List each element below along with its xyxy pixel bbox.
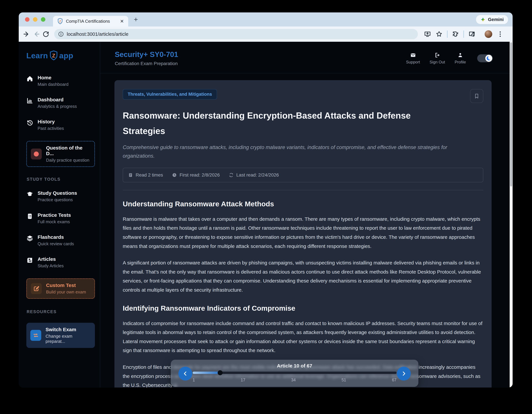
desktop: Z CompTIA Certifications ✕ + Gemini [0, 0, 532, 414]
sidebar-item-label: Articles [38, 256, 64, 262]
site-favicon-icon: Z [57, 18, 63, 24]
custom-test-card[interactable]: Custom Test Build your own exam [26, 278, 95, 299]
profile-button[interactable]: Profile [455, 52, 466, 65]
section-label-study-tools: STUDY TOOLS [27, 177, 95, 182]
article-slider[interactable] [193, 372, 397, 374]
new-tab-button[interactable]: + [134, 16, 138, 23]
article-paragraph: A significant portion of ransomware atta… [123, 258, 483, 294]
install-icon[interactable] [424, 30, 431, 38]
url-bar[interactable]: localhost:3001/articles/article [54, 29, 418, 39]
first-read-text: First read: 2/8/2026 [180, 172, 220, 178]
sign-out-icon [434, 52, 440, 58]
forward-icon[interactable] [33, 30, 40, 38]
gemini-sparkle-icon [480, 17, 486, 22]
red-dot-icon [31, 149, 42, 160]
book-icon [128, 173, 133, 178]
sidebar-item-sub: Study Articles [38, 263, 64, 268]
reload-icon[interactable] [42, 30, 49, 38]
scrollbar-thumb[interactable] [510, 42, 512, 187]
sidebar-item-study-questions[interactable]: Study Questions Practice questions [26, 190, 95, 202]
toolbar-divider [464, 30, 464, 38]
section-label-resources: RESOURCES [27, 309, 95, 314]
section-heading: Understanding Ransomware Attack Methods [123, 200, 483, 208]
tick-label: 17 [241, 377, 245, 382]
side-panel-search-icon[interactable] [468, 30, 475, 38]
menu-kebab-icon[interactable] [496, 30, 504, 38]
gemini-label: Gemini [488, 17, 504, 22]
tick-label: 34 [291, 377, 296, 382]
moon-icon [487, 56, 491, 60]
slider-ticks: 1 17 34 51 67 [193, 377, 397, 382]
newspaper-icon [26, 257, 33, 264]
back-icon[interactable] [23, 30, 30, 38]
article-position-label: Article 10 of 67 [171, 363, 418, 369]
bar-chart-icon [26, 97, 33, 104]
page-scrollbar[interactable] [510, 42, 513, 387]
article-paragraph: Indicators of compromise for ransomware … [123, 319, 483, 355]
sidebar-item-label: Study Questions [38, 190, 77, 196]
dark-mode-toggle[interactable] [477, 54, 493, 62]
bookmark-button[interactable] [470, 89, 483, 103]
last-read-stat: Last read: 2/24/2026 [229, 172, 279, 178]
switch-exam-card[interactable]: Switch Exam Change exam preparat... [26, 323, 95, 348]
edit-icon [31, 283, 42, 294]
bookmark-star-icon[interactable] [436, 30, 443, 38]
sidebar-item-articles[interactable]: Articles Study Articles [26, 256, 95, 268]
clipboard-icon [26, 213, 33, 220]
section-heading: Identifying Ransomware Indicators of Com… [123, 304, 483, 312]
maximize-window-button[interactable] [41, 17, 45, 22]
layers-icon [26, 235, 33, 242]
sidebar-item-home[interactable]: Home Main dashboard [26, 75, 95, 87]
extensions-icon[interactable] [452, 30, 459, 38]
browser-tab[interactable]: Z CompTIA Certifications ✕ [53, 16, 128, 27]
last-read-text: Last read: 2/24/2026 [236, 172, 279, 178]
toolbar-divider [447, 30, 447, 38]
tab-strip: Z CompTIA Certifications ✕ + Gemini [19, 12, 513, 27]
read-count-stat: Read 2 times [128, 172, 163, 178]
tab-close-icon[interactable]: ✕ [120, 19, 124, 24]
sidebar: Learn Z app Home Main dashboard [19, 42, 100, 387]
svg-text:Z: Z [59, 19, 61, 23]
main-content: Security+ SY0-701 Certification Exam Pre… [100, 42, 513, 387]
logo-text-learn: Learn [26, 51, 48, 60]
close-window-button[interactable] [25, 17, 29, 22]
sign-out-label: Sign Out [430, 60, 445, 65]
support-button[interactable]: Support [406, 52, 420, 65]
browser-toolbar: localhost:3001/articles/article [19, 27, 513, 42]
sidebar-item-label: Practice Tests [38, 212, 71, 218]
toolbar-actions [424, 30, 504, 38]
app-root: Learn Z app Home Main dashboard [19, 42, 513, 387]
logo-shield-icon: Z [49, 50, 58, 61]
sign-out-button[interactable]: Sign Out [430, 52, 445, 65]
sidebar-item-sub: Full mock exams [38, 219, 71, 224]
site-info-icon[interactable] [58, 31, 64, 37]
slider-thumb[interactable] [218, 370, 223, 375]
qotd-label: Question of the D... [46, 145, 90, 156]
sidebar-item-practice-tests[interactable]: Practice Tests Full mock exams [26, 212, 95, 224]
switch-exam-label: Switch Exam [46, 327, 91, 332]
previous-article-button[interactable] [178, 367, 192, 381]
next-article-button[interactable] [397, 367, 411, 381]
svg-text:Z: Z [52, 53, 55, 59]
tab-title: CompTIA Certifications [66, 19, 110, 24]
switch-exam-sub: Change exam preparat... [46, 334, 91, 344]
custom-test-label: Custom Test [46, 282, 86, 288]
arrow-right-icon [401, 370, 407, 377]
category-badge[interactable]: Threats, Vulnerabilities, and Mitigation… [123, 89, 217, 100]
qotd-sub: Daily practice question [46, 158, 90, 163]
sidebar-item-label: Flashcards [38, 234, 74, 240]
read-stats-bar: Read 2 times First read: 2/8/2026 [123, 168, 483, 182]
sidebar-item-sub: Quick review cards [38, 241, 74, 246]
minimize-window-button[interactable] [33, 17, 38, 22]
sidebar-item-sub: Main dashboard [38, 82, 68, 87]
question-of-the-day-card[interactable]: Question of the D... Daily practice ques… [26, 141, 95, 167]
gemini-pill[interactable]: Gemini [476, 15, 508, 24]
sidebar-item-sub: Analytics & progress [38, 104, 77, 109]
tick-label: 51 [342, 377, 346, 382]
profile-avatar[interactable] [485, 30, 492, 38]
sidebar-item-label: Home [38, 75, 68, 80]
sidebar-item-history[interactable]: History Past activities [26, 119, 95, 131]
slider-fill [193, 372, 220, 374]
sidebar-item-flashcards[interactable]: Flashcards Quick review cards [26, 234, 95, 246]
sidebar-item-dashboard[interactable]: Dashboard Analytics & progress [26, 97, 95, 109]
